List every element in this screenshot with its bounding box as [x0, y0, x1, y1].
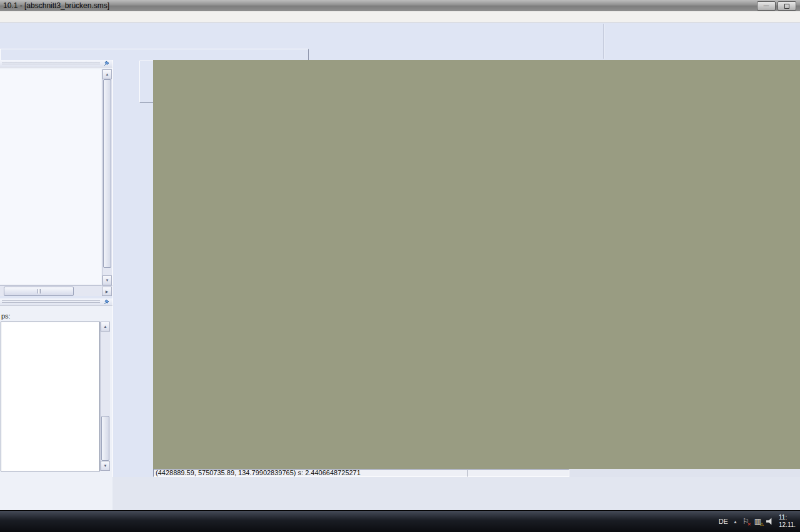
window-body: [112, 477, 800, 511]
restore-icon: [784, 4, 789, 9]
restore-button[interactable]: [778, 1, 796, 11]
action-center-icon[interactable]: ⚐✕: [742, 517, 749, 526]
pin-icon[interactable]: [103, 60, 110, 67]
timesteps-scrollbar[interactable]: ▲ ▼: [100, 322, 110, 471]
volume-icon[interactable]: [766, 518, 774, 525]
scroll-up-button[interactable]: ▲: [102, 69, 112, 79]
system-tray: DE ▲ ⚐✕ ▥⚠ 11: 12.11.: [719, 514, 800, 529]
project-tree: [0, 69, 101, 285]
pin-icon[interactable]: [103, 298, 110, 305]
taskbar: DE ▲ ⚐✕ ▥⚠ 11: 12.11.: [0, 510, 800, 532]
toolbar-divider: [603, 24, 604, 59]
panel-header[interactable]: [0, 60, 112, 67]
timesteps-label: ps:: [1, 312, 11, 320]
scrollbar-thumb[interactable]: [4, 287, 74, 296]
desktop: { "window": {"title": "10.1 - [abschnitt…: [0, 0, 800, 532]
view-toolbar: [139, 61, 154, 103]
coordinate-edit-bar: [0, 49, 309, 61]
minimize-button[interactable]: —: [757, 1, 776, 11]
tree-horizontal-scrollbar[interactable]: ▶: [0, 285, 112, 296]
status-secondary-field: [468, 469, 569, 477]
language-indicator[interactable]: DE: [719, 518, 728, 525]
tree-vertical-scrollbar[interactable]: ▲ ▼: [102, 69, 112, 285]
sidebar: ▲ ▼ ▶ ps: ▲ ▼: [0, 60, 113, 511]
timesteps-list[interactable]: [1, 322, 100, 471]
scroll-down-button[interactable]: ▼: [102, 275, 112, 285]
panel-header[interactable]: [0, 298, 112, 306]
tool-palette: [112, 60, 154, 511]
scroll-right-button[interactable]: ▶: [102, 287, 112, 296]
scrollbar-thumb[interactable]: [103, 79, 111, 268]
scrollbar-thumb[interactable]: [101, 416, 109, 461]
window-title: 10.1 - [abschnitt3_brücken.sms]: [3, 1, 109, 10]
hidden-icons-button[interactable]: ▲: [733, 520, 738, 524]
window-titlebar[interactable]: 10.1 - [abschnitt3_brücken.sms] —: [0, 0, 800, 11]
network-warning-icon[interactable]: ▥⚠: [754, 517, 761, 526]
scroll-down-button[interactable]: ▼: [101, 461, 110, 471]
map-viewport[interactable]: [153, 60, 800, 469]
clock[interactable]: 11: 12.11.: [779, 514, 800, 529]
scroll-up-button[interactable]: ▲: [101, 322, 110, 332]
tray-time: 11:: [779, 514, 800, 521]
menu-bar: [0, 11, 800, 22]
module-toolbar: [0, 477, 81, 480]
project-explorer-panel: ▲ ▼ ▶: [0, 60, 112, 296]
tray-date: 12.11.: [779, 521, 800, 529]
coordinate-readout: (4428889.59, 5750735.89, 134.79902839765…: [153, 469, 468, 477]
status-bar: (4428889.59, 5750735.89, 134.79902839765…: [153, 469, 800, 477]
